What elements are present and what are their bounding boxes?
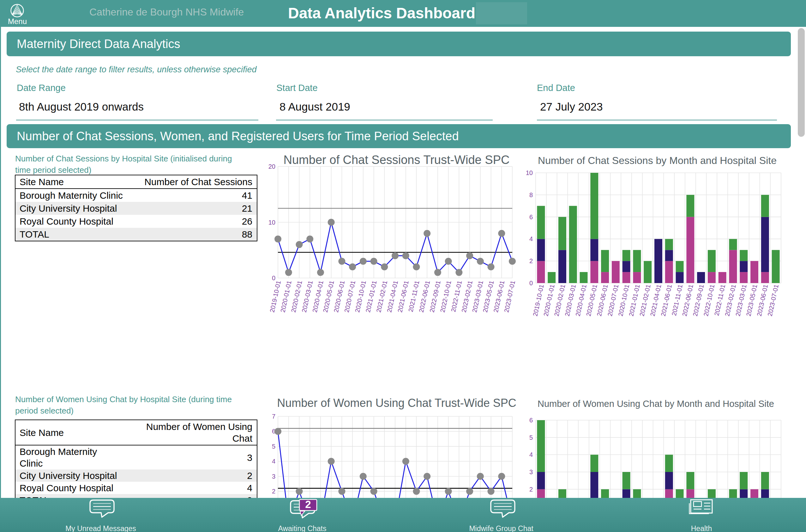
svg-text:2: 2 [529, 486, 533, 493]
svg-text:3: 3 [529, 469, 533, 475]
svg-text:2: 2 [305, 498, 311, 510]
svg-text:Number of Women Using Chat Tru: Number of Women Using Chat Trust-Wide SP… [277, 397, 516, 410]
svg-text:4: 4 [272, 458, 275, 465]
svg-text:5: 5 [529, 434, 533, 441]
svg-text:0: 0 [529, 280, 533, 287]
svg-text:10: 10 [526, 169, 533, 176]
svg-text:5: 5 [272, 443, 275, 450]
svg-text:8: 8 [529, 191, 533, 198]
svg-text:Number of Women Using Chat by: Number of Women Using Chat by Month and … [538, 399, 774, 409]
svg-text:Number of Chat Sessions Trust-: Number of Chat Sessions Trust-Wide SPC [284, 153, 510, 167]
svg-text:Number of Chat Sessions by Mon: Number of Chat Sessions by Month and Hos… [538, 155, 776, 166]
svg-text:3: 3 [272, 473, 275, 480]
svg-text:4: 4 [529, 235, 533, 242]
svg-text:10: 10 [268, 219, 275, 226]
svg-text:6: 6 [529, 213, 533, 221]
svg-text:20: 20 [268, 163, 275, 170]
svg-text:6: 6 [529, 417, 533, 424]
svg-text:2: 2 [272, 488, 275, 495]
svg-text:7: 7 [272, 413, 275, 420]
svg-text:2: 2 [529, 258, 533, 264]
svg-text:Menu: Menu [8, 17, 27, 25]
svg-text:4: 4 [529, 451, 533, 458]
